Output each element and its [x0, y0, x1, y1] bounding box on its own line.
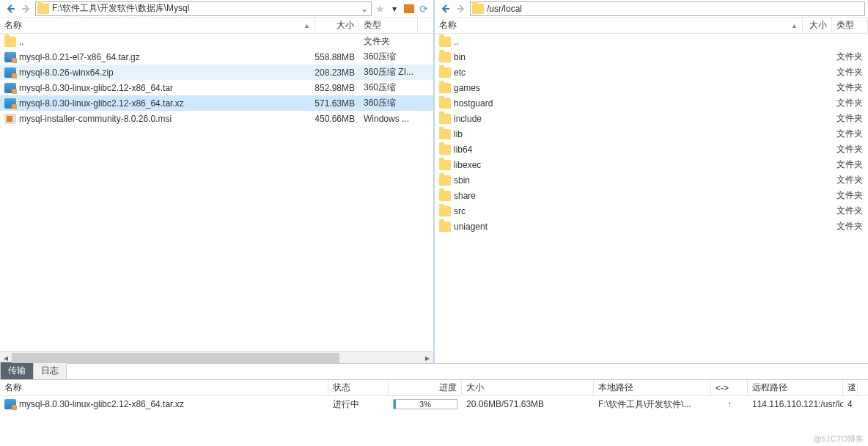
xcol-size[interactable]: 大小: [462, 380, 594, 395]
file-type: 文件夹: [359, 34, 418, 49]
remote-column-headers: 名称▲ 大小 类型: [435, 18, 868, 34]
remote-path-text: /usr/local: [487, 4, 863, 14]
xcol-remote[interactable]: 远程路径: [748, 380, 843, 395]
refresh-icon[interactable]: ⟳: [417, 2, 430, 15]
file-type: 文件夹: [832, 65, 868, 80]
file-type: 文件夹: [832, 188, 868, 203]
xcol-speed[interactable]: 速: [843, 380, 858, 395]
file-row[interactable]: mysql-installer-community-8.0.26.0.msi45…: [0, 111, 433, 126]
file-name: hostguard: [454, 98, 493, 109]
home-icon[interactable]: [402, 2, 416, 15]
file-name: ..: [19, 37, 24, 47]
file-size: [803, 219, 832, 234]
forward-button[interactable]: [19, 1, 34, 16]
file-size: 558.88MB: [315, 49, 359, 65]
folder-icon: [439, 67, 451, 78]
file-size: [315, 34, 359, 49]
file-type: 360压缩: [359, 49, 418, 65]
file-row[interactable]: uniagent文件夹: [435, 219, 868, 234]
file-type: 360压缩: [359, 95, 418, 111]
file-row[interactable]: etc文件夹: [435, 65, 868, 80]
file-row[interactable]: mysql-8.0.30-linux-glibc2.12-x86_64.tar8…: [0, 80, 433, 95]
col-name[interactable]: 名称▲: [0, 18, 315, 33]
transfer-headers: 名称 状态 进度 大小 本地路径 <-> 远程路径 速: [0, 380, 868, 396]
file-name: uniagent: [454, 222, 488, 232]
file-row[interactable]: mysql-8.0.30-linux-glibc2.12-x86_64.tar.…: [0, 95, 433, 111]
file-type: 文件夹: [832, 203, 868, 219]
col-name[interactable]: 名称▲: [435, 18, 803, 33]
file-size: [803, 111, 832, 126]
archive-icon: [4, 67, 16, 78]
archive-icon: [4, 52, 16, 62]
file-row[interactable]: src文件夹: [435, 203, 868, 219]
back-button[interactable]: [3, 1, 18, 16]
file-type: 文件夹: [832, 219, 868, 234]
folder-icon: [37, 4, 49, 14]
horizontal-scrollbar[interactable]: ◂ ▸: [0, 351, 433, 363]
folder-icon: [439, 37, 451, 47]
transfer-row[interactable]: mysql-8.0.30-linux-glibc2.12-x86_64.tar.…: [0, 396, 868, 412]
xcol-status[interactable]: 状态: [328, 380, 389, 395]
local-path-input[interactable]: F:\软件工具\开发软件\数据库\Mysql ⌄: [35, 1, 372, 16]
msi-icon: [4, 114, 16, 124]
col-size[interactable]: 大小: [315, 18, 359, 33]
file-row[interactable]: games文件夹: [435, 80, 868, 95]
file-row[interactable]: lib文件夹: [435, 126, 868, 142]
file-row[interactable]: mysql-8.0.26-winx64.zip208.23MB360压缩 ZI.…: [0, 65, 433, 80]
dropdown-icon[interactable]: ⌄: [359, 4, 369, 14]
file-size: [803, 126, 832, 142]
file-name: share: [454, 191, 476, 201]
file-size: 571.63MB: [315, 95, 359, 111]
file-row[interactable]: bin文件夹: [435, 49, 868, 65]
file-row[interactable]: lib64文件夹: [435, 142, 868, 157]
file-size: [803, 65, 832, 80]
scroll-right-icon[interactable]: ▸: [422, 353, 433, 363]
remote-file-list[interactable]: ..bin文件夹etc文件夹games文件夹hostguard文件夹includ…: [435, 34, 868, 363]
col-type[interactable]: 类型: [832, 18, 868, 33]
folder-icon: [439, 160, 451, 170]
folder-icon: [439, 206, 451, 216]
tab-transfer[interactable]: 传输: [0, 362, 34, 379]
scrollbar-thumb[interactable]: [12, 353, 339, 363]
forward-button[interactable]: [454, 1, 468, 16]
upload-direction-icon: ↑: [711, 396, 748, 412]
file-row[interactable]: hostguard文件夹: [435, 95, 868, 111]
xfer-name: mysql-8.0.30-linux-glibc2.12-x86_64.tar.…: [0, 396, 328, 412]
folder-icon: [439, 83, 451, 93]
file-type: [832, 34, 868, 49]
col-size[interactable]: 大小: [803, 18, 832, 33]
tab-log[interactable]: 日志: [33, 362, 67, 379]
xcol-local[interactable]: 本地路径: [594, 380, 711, 395]
file-size: [803, 80, 832, 95]
file-size: [803, 203, 832, 219]
file-row[interactable]: share文件夹: [435, 188, 868, 203]
folder-icon: [472, 4, 484, 14]
file-row[interactable]: ..: [435, 34, 868, 49]
remote-path-input[interactable]: /usr/local: [470, 1, 865, 16]
back-button[interactable]: [438, 1, 452, 16]
folder-icon: [439, 129, 451, 139]
file-row[interactable]: libexec文件夹: [435, 157, 868, 172]
file-name: mysql-8.0.21-el7-x86_64.tar.gz: [19, 52, 140, 62]
file-name: bin: [454, 52, 466, 62]
col-type[interactable]: 类型: [359, 18, 418, 33]
favorite-icon[interactable]: ★: [373, 2, 386, 15]
sort-asc-icon: ▲: [304, 22, 310, 29]
bookmark-dropdown-icon[interactable]: ▾: [388, 2, 401, 15]
xcol-progress[interactable]: 进度: [389, 380, 462, 395]
file-row[interactable]: sbin文件夹: [435, 172, 868, 188]
file-size: [803, 142, 832, 157]
local-toolbar: F:\软件工具\开发软件\数据库\Mysql ⌄ ★ ▾ ⟳: [0, 0, 433, 18]
xfer-speed: 4: [843, 396, 858, 412]
file-name: lib: [454, 129, 463, 139]
xcol-name[interactable]: 名称: [0, 380, 328, 395]
file-row[interactable]: ..文件夹: [0, 34, 433, 49]
local-file-list[interactable]: ..文件夹mysql-8.0.21-el7-x86_64.tar.gz558.8…: [0, 34, 433, 351]
file-row[interactable]: mysql-8.0.21-el7-x86_64.tar.gz558.88MB36…: [0, 49, 433, 65]
file-type: 文件夹: [832, 172, 868, 188]
file-name: include: [454, 114, 482, 124]
file-row[interactable]: include文件夹: [435, 111, 868, 126]
file-name: mysql-8.0.26-winx64.zip: [19, 67, 114, 78]
xfer-local: F:\软件工具\开发软件\...: [594, 396, 711, 412]
xcol-direction[interactable]: <->: [711, 380, 748, 395]
